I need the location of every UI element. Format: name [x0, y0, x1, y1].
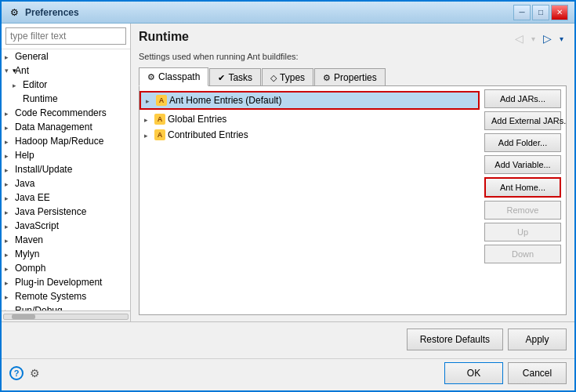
tab-tasks[interactable]: ✔ Tasks — [209, 68, 261, 86]
ant-home-icon: A — [156, 95, 167, 106]
sidebar-tree: General ▾ Ant Editor Runtime Code Recomm… — [2, 49, 130, 310]
arrow-icon: ▾ — [5, 67, 13, 74]
sidebar-item-label: Install/Update — [15, 164, 72, 175]
tab-properties-label: Properties — [334, 72, 377, 83]
sidebar-item-label: Code Recommenders — [15, 107, 107, 118]
sidebar-item-label: Plug-in Development — [15, 277, 102, 288]
forward-arrow-icon[interactable]: ▷ — [540, 31, 555, 46]
maximize-button[interactable]: □ — [532, 5, 549, 20]
cancel-button[interactable]: Cancel — [508, 362, 567, 384]
side-button-panel: Add JARs... Add External JARs... Add Fol… — [480, 86, 566, 314]
sidebar-item-label: Java EE — [15, 192, 50, 203]
close-button[interactable]: ✕ — [551, 5, 568, 20]
sidebar-item-install-update[interactable]: Install/Update — [2, 162, 130, 176]
tab-classpath[interactable]: ⚙ Classpath — [139, 67, 208, 86]
sidebar-item-javascript[interactable]: JavaScript — [2, 219, 130, 233]
sidebar-item-help[interactable]: Help — [2, 148, 130, 162]
add-folder-button[interactable]: Add Folder... — [484, 133, 561, 152]
arrow-icon — [5, 249, 13, 260]
down-button[interactable]: Down — [484, 245, 561, 263]
sidebar-item-label: Run/Debug — [15, 305, 63, 310]
arrow-icon — [5, 220, 13, 231]
tab-types-label: Types — [280, 72, 305, 83]
arrow-icon — [5, 206, 13, 217]
sidebar: General ▾ Ant Editor Runtime Code Recomm… — [2, 24, 131, 321]
arrow-icon — [13, 93, 20, 104]
sidebar-item-label: Java Persistence — [15, 206, 86, 217]
sidebar-item-mylyn[interactable]: Mylyn — [2, 247, 130, 261]
dropdown-arrow-icon[interactable]: ▾ — [528, 33, 538, 45]
sidebar-item-ant[interactable]: ▾ Ant — [2, 64, 130, 78]
add-jars-button[interactable]: Add JARs... — [484, 89, 561, 108]
arrow-icon — [5, 178, 13, 189]
arrow-icon — [5, 263, 13, 274]
tab-tasks-label: Tasks — [228, 72, 252, 83]
add-external-jars-button[interactable]: Add External JARs... — [484, 111, 561, 130]
config-icon[interactable]: ⚙ — [30, 367, 40, 379]
sidebar-item-java-persistence[interactable]: Java Persistence — [2, 205, 130, 219]
sidebar-item-hadoop[interactable]: Hadoop Map/Reduce — [2, 134, 130, 148]
arrow-icon — [5, 305, 13, 310]
remove-button[interactable]: Remove — [484, 201, 561, 220]
sidebar-scrollbar[interactable] — [2, 310, 130, 321]
sidebar-item-label: Oomph — [15, 263, 45, 274]
arrow-icon — [5, 291, 13, 302]
arrow-icon — [5, 192, 13, 203]
panel-title: Runtime — [139, 30, 189, 44]
sidebar-item-java-ee[interactable]: Java EE — [2, 191, 130, 205]
arrow-icon — [5, 136, 13, 147]
restore-defaults-button[interactable]: Restore Defaults — [407, 328, 503, 350]
tree-item-contributed-label: Contributed Entries — [168, 129, 248, 140]
tab-properties[interactable]: ⚙ Properties — [314, 68, 386, 86]
sidebar-item-label: Ant — [15, 65, 29, 76]
title-bar-buttons: ─ □ ✕ — [513, 5, 568, 20]
preferences-window: ⚙ Preferences ─ □ ✕ General ▾ Ant — [0, 0, 576, 392]
nav-arrows: ◁ ▾ ▷ ▾ — [512, 31, 567, 46]
window-title: Preferences — [25, 7, 513, 18]
tree-item-ant-home[interactable]: A Ant Home Entries (Default) — [139, 91, 480, 110]
sidebar-item-oomph[interactable]: Oomph — [2, 261, 130, 275]
properties-tab-icon: ⚙ — [323, 73, 331, 83]
sidebar-item-label: General — [15, 51, 49, 62]
sidebar-item-label: Remote Systems — [15, 291, 86, 302]
tab-types[interactable]: ◇ Types — [262, 68, 313, 86]
classpath-tab-icon: ⚙ — [147, 72, 155, 82]
global-icon: A — [154, 114, 165, 125]
title-bar: ⚙ Preferences ─ □ ✕ — [2, 2, 574, 24]
sidebar-item-maven[interactable]: Maven — [2, 233, 130, 247]
tree-item-contributed[interactable]: A Contributed Entries — [139, 127, 480, 143]
sidebar-item-java[interactable]: Java — [2, 176, 130, 191]
main-panel: Runtime ◁ ▾ ▷ ▾ Settings used when runni… — [131, 24, 574, 321]
sidebar-item-label: Java — [15, 178, 34, 189]
add-variable-button[interactable]: Add Variable... — [484, 155, 561, 174]
sidebar-item-run-debug[interactable]: Run/Debug — [2, 303, 130, 310]
up-button[interactable]: Up — [484, 223, 561, 241]
window-icon: ⚙ — [8, 6, 20, 19]
sidebar-item-general[interactable]: General — [2, 49, 130, 64]
sidebar-item-label: Mylyn — [15, 249, 39, 260]
sidebar-item-data-management[interactable]: Data Management — [2, 120, 130, 134]
help-button[interactable]: ? — [9, 366, 24, 380]
sidebar-item-plugin-dev[interactable]: Plug-in Development — [2, 275, 130, 289]
arrow-icon — [5, 122, 13, 132]
sidebar-item-label: Maven — [15, 234, 43, 245]
global-arrow-icon — [144, 114, 152, 125]
contributed-arrow-icon — [144, 129, 152, 140]
forward-dropdown-icon[interactable]: ▾ — [556, 33, 567, 45]
ant-home-button[interactable]: Ant Home... — [484, 177, 561, 198]
sidebar-item-code-recommenders[interactable]: Code Recommenders — [2, 106, 130, 120]
sidebar-item-remote-systems[interactable]: Remote Systems — [2, 289, 130, 303]
bottom-area: Restore Defaults Apply ? ⚙ OK Cancel — [2, 321, 574, 390]
sidebar-item-editor[interactable]: Editor — [2, 78, 130, 92]
content-area: General ▾ Ant Editor Runtime Code Recomm… — [2, 24, 574, 321]
ok-button[interactable]: OK — [444, 362, 503, 384]
minimize-button[interactable]: ─ — [513, 5, 531, 20]
tree-item-global[interactable]: A Global Entries — [139, 111, 480, 127]
sidebar-item-runtime[interactable]: Runtime — [2, 92, 130, 106]
filter-input[interactable] — [5, 27, 126, 45]
sidebar-item-label: Hadoop Map/Reduce — [15, 136, 103, 147]
apply-button[interactable]: Apply — [508, 328, 567, 350]
back-arrow-icon[interactable]: ◁ — [512, 31, 527, 46]
sidebar-item-label: Runtime — [23, 93, 58, 104]
content-tree: A Ant Home Entries (Default) A Global En… — [139, 86, 480, 314]
